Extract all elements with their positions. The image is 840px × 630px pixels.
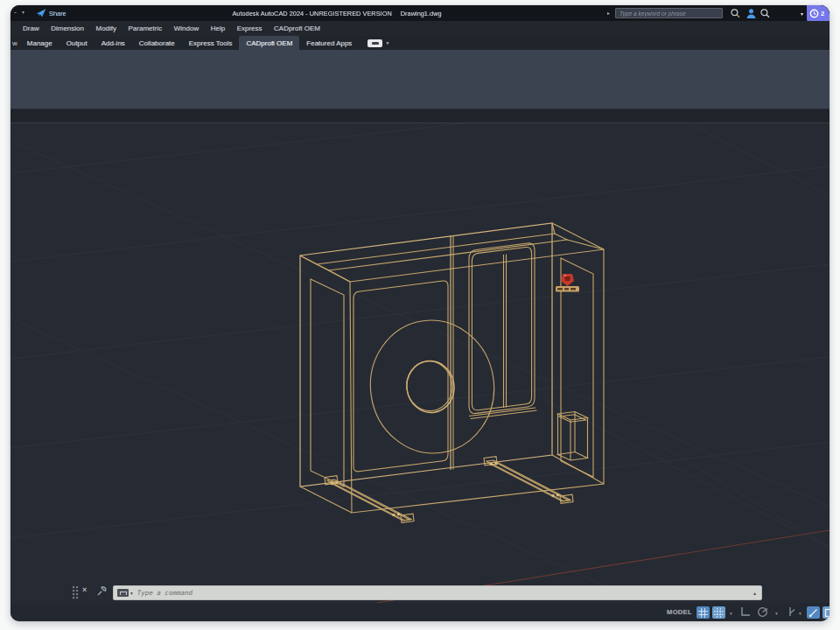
ribbon-display-icon — [372, 42, 379, 45]
drawing-viewport[interactable]: × ▾ ▴ — [10, 123, 830, 603]
desktop-background: - ▾ Share Autodesk AutoCAD 2024 - UNREGI… — [0, 0, 840, 630]
object-snap-icon — [808, 608, 818, 618]
ribbon-tab-view-partial[interactable]: w — [10, 36, 20, 50]
clock-icon — [809, 9, 819, 18]
isodraft-caret-icon[interactable]: ▾ — [799, 611, 802, 616]
menu-item-cadprofi-oem[interactable]: CADprofi OEM — [274, 24, 320, 32]
polar-caret-icon[interactable]: ▾ — [775, 611, 778, 616]
recent-commands-caret-icon[interactable]: ▾ — [130, 591, 133, 596]
model-space-label[interactable]: MODEL — [667, 608, 692, 616]
polar-tracking-icon[interactable] — [757, 606, 771, 618]
ribbon-tab-collaborate[interactable]: Collaborate — [132, 36, 182, 50]
menu-bar: Draw Dimension Modify Parametric Window … — [10, 21, 830, 36]
qat-minimize-glyph[interactable]: - — [14, 8, 17, 17]
manufacturer-logo — [556, 274, 579, 292]
document-name: Drawing1.dwg — [401, 10, 442, 18]
ribbon-tab-output[interactable]: Output — [60, 36, 94, 50]
customize-wrench-icon[interactable] — [96, 585, 108, 597]
command-input[interactable] — [137, 589, 753, 597]
mounting-feet-wireframe — [325, 457, 573, 523]
app-title-text: Autodesk AutoCAD 2024 - UNREGISTERED VER… — [232, 10, 391, 18]
ribbon-display-button[interactable] — [368, 39, 382, 47]
annotation-square-icon — [824, 608, 830, 618]
ribbon-tab-cadprofi-oem[interactable]: CADprofi OEM — [239, 36, 299, 50]
title-bar: - ▾ Share Autodesk AutoCAD 2024 - UNREGI… — [10, 5, 830, 21]
ribbon-panel-area — [10, 50, 830, 109]
wireframe-drawing — [10, 123, 830, 603]
status-bar: MODEL ▾ — [10, 603, 830, 621]
grid-icon — [698, 608, 708, 618]
share-button[interactable]: Share — [36, 7, 66, 19]
secondary-search-icon[interactable] — [760, 8, 771, 19]
share-label: Share — [49, 10, 66, 18]
search-icon[interactable] — [730, 8, 741, 19]
menu-item-draw[interactable]: Draw — [23, 24, 39, 32]
timer-badge[interactable]: 2 — [807, 5, 830, 22]
autocad-window: - ▾ Share Autodesk AutoCAD 2024 - UNREGI… — [10, 5, 830, 621]
menu-item-modify[interactable]: Modify — [95, 24, 116, 32]
palette-grip-icon[interactable] — [73, 586, 80, 599]
ribbon-tab-bar: w Manage Output Add-ins Collaborate Expr… — [10, 36, 830, 50]
menu-item-parametric[interactable]: Parametric — [129, 24, 163, 32]
qat-dropdown-caret-icon[interactable]: ▾ — [22, 9, 24, 15]
ribbon-tab-manage[interactable]: Manage — [20, 36, 60, 50]
command-history-caret-icon[interactable]: ▴ — [753, 590, 756, 596]
menu-item-window[interactable]: Window — [174, 24, 199, 32]
timer-value: 2 — [821, 10, 824, 18]
ribbon-tab-featured-apps[interactable]: Featured Apps — [299, 36, 359, 50]
command-close-button[interactable]: × — [82, 585, 87, 594]
snap-caret-icon[interactable]: ▾ — [730, 611, 732, 616]
ribbon-tab-add-ins[interactable]: Add-ins — [94, 36, 132, 50]
ribbon-tab-express-tools[interactable]: Express Tools — [182, 36, 240, 50]
search-expand-caret-icon[interactable]: ▸ — [607, 10, 610, 16]
snap-mode-button[interactable] — [712, 606, 725, 619]
ortho-icon[interactable] — [739, 606, 752, 618]
recent-commands-icon[interactable] — [117, 589, 129, 597]
isodraft-icon[interactable] — [786, 606, 796, 618]
menu-item-help[interactable]: Help — [211, 24, 225, 32]
share-paper-plane-icon — [36, 9, 46, 18]
window-title: Autodesk AutoCAD 2024 - UNREGISTERED VER… — [10, 5, 663, 21]
object-snap-button[interactable] — [807, 606, 820, 619]
annotation-visibility-button[interactable] — [822, 606, 830, 619]
search-input[interactable] — [615, 8, 723, 18]
window-caret-icon[interactable]: ▾ — [801, 10, 803, 17]
grid-display-button[interactable] — [696, 606, 710, 619]
command-input-field[interactable]: ▾ ▴ — [113, 585, 762, 600]
menu-item-dimension[interactable]: Dimension — [51, 24, 84, 32]
command-palette: × ▾ ▴ — [10, 584, 830, 602]
snap-grid-icon — [714, 608, 724, 618]
ribbon-overflow-caret-icon[interactable]: ▾ — [386, 40, 388, 46]
file-tab-strip — [10, 109, 830, 123]
menu-item-express[interactable]: Express — [237, 24, 262, 32]
account-icon[interactable] — [746, 8, 757, 19]
